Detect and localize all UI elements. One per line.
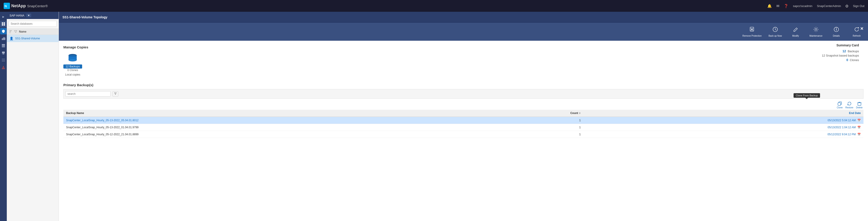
backup-name-cell[interactable]: SnapCenter_LocalSnap_Hourly_05-13-2022_0…	[63, 124, 503, 131]
svg-point-28	[836, 28, 837, 28]
backup-count-cell: 1	[503, 131, 584, 138]
user-label[interactable]: sapcc\scadmin	[793, 4, 812, 8]
backup-name-cell[interactable]: SnapCenter_LocalSnap_Hourly_05-13-2022_0…	[63, 117, 503, 124]
close-icon[interactable]: ✕	[860, 26, 864, 31]
svg-rect-19	[3, 67, 4, 68]
filter-button[interactable]	[113, 91, 118, 97]
table-row[interactable]: SnapCenter_LocalSnap_Hourly_05-12-2022_2…	[63, 131, 864, 138]
svg-rect-10	[2, 44, 5, 45]
col-end-date-header[interactable]: End Date	[583, 110, 864, 117]
sidebar-resources-icon[interactable]	[0, 42, 6, 49]
backup-name-text[interactable]: SnapCenter_LocalSnap_Hourly_05-13-2022_0…	[66, 119, 138, 122]
delete-button[interactable]: Delete	[856, 101, 863, 109]
restore-icon	[847, 101, 852, 106]
col-backup-name-header: Backup Name	[63, 110, 503, 117]
app-logo: N NetApp SnapCenter®	[4, 3, 48, 9]
svg-rect-17	[2, 60, 5, 60]
table-row[interactable]: SnapCenter_LocalSnap_Hourly_05-13-2022_0…	[63, 117, 864, 124]
clone-button[interactable]: Clone	[837, 101, 843, 109]
notification-bell-icon[interactable]: 🔔	[767, 4, 772, 8]
calendar-icon[interactable]: 📅	[857, 133, 861, 136]
primary-backups-section: Primary Backup(s) Clone From Backup	[63, 83, 864, 138]
db-item-label[interactable]: SS1-Shared-Volume	[15, 37, 40, 40]
db-sidebar-dropdown[interactable]: ▼	[26, 13, 31, 17]
maintenance-label: Maintenance	[809, 35, 822, 37]
summary-snapshot-row: 12 Snapshot based backups	[809, 54, 859, 57]
svg-rect-12	[2, 47, 5, 47]
db-sidebar-header: SAP HANA ▼	[7, 12, 59, 19]
remove-protection-icon	[749, 27, 755, 34]
calendar-icon[interactable]: 📅	[857, 119, 861, 122]
sidebar-dashboard-icon[interactable]	[0, 21, 6, 27]
backup-badge[interactable]: 12 Backups 0 Clones	[63, 53, 82, 72]
backup-clock-icon	[772, 27, 778, 34]
calendar-icon[interactable]: 📅	[857, 126, 861, 129]
top-navigation: N NetApp SnapCenter® 🔔 ✉ ❓ sapcc\scadmin…	[0, 0, 868, 12]
modify-button[interactable]: Modify	[789, 27, 802, 37]
section-manage-copies: Manage Copies 12 Backups	[63, 45, 864, 76]
sidebar-reports-icon[interactable]	[0, 35, 6, 42]
icon-sidebar: ►	[0, 12, 7, 221]
toolbar: Remove Protection Back up Now Modify	[59, 23, 868, 41]
clone-action-container: Clone From Backup Clone	[837, 101, 843, 109]
maintenance-icon	[813, 27, 819, 34]
summary-backups-row: 12 Backups	[809, 49, 859, 53]
local-copies-visual: 12 Backups 0 Clones Local copies	[63, 53, 82, 76]
remove-protection-label: Remove Protection	[742, 35, 762, 37]
main-content: SS1-Shared-Volume Topology ✕ Remove Prot…	[59, 12, 868, 221]
database-stack-icon	[67, 53, 78, 64]
sidebar-protection-icon[interactable]	[0, 28, 6, 34]
sort-icon[interactable]: ⇕	[579, 112, 581, 115]
backup-search-input[interactable]	[65, 91, 111, 97]
search-databases-input[interactable]	[9, 21, 57, 27]
col-name-label: Name	[19, 30, 27, 33]
refresh-icon	[854, 27, 860, 34]
tenant-label[interactable]: SnapCenterAdmin	[817, 4, 841, 8]
sidebar-settings-icon[interactable]	[0, 57, 6, 63]
sidebar-alerts-icon[interactable]	[0, 64, 6, 70]
content-header: SS1-Shared-Volume Topology ✕	[59, 12, 868, 23]
table-row[interactable]: SnapCenter_LocalSnap_Hourly_05-13-2022_0…	[63, 124, 864, 131]
remove-protection-button[interactable]: Remove Protection	[742, 27, 762, 37]
signout-icon[interactable]: ⏻	[845, 4, 848, 8]
db-item-ss1[interactable]: 👤 SS1-Shared-Volume	[7, 35, 59, 42]
sidebar-expand-icon[interactable]: ►	[0, 13, 6, 20]
backup-name-text[interactable]: SnapCenter_LocalSnap_Hourly_05-13-2022_0…	[66, 126, 138, 129]
end-date-text: 05/12/2022 9:04:12 PM	[828, 133, 856, 136]
filter-icon-header	[14, 30, 17, 33]
details-icon	[833, 27, 839, 34]
sidebar-hosts-icon[interactable]	[0, 50, 6, 56]
backup-end-date-cell: 05/13/2022 1:04:12 AM 📅	[583, 124, 864, 131]
svg-rect-18	[2, 61, 5, 61]
col-count-header: Count ⇕	[503, 110, 584, 117]
svg-rect-15	[2, 54, 4, 54]
clone-icon	[837, 101, 842, 106]
filter-funnel-icon	[114, 92, 117, 95]
backup-name-text[interactable]: SnapCenter_LocalSnap_Hourly_05-12-2022_2…	[66, 133, 138, 136]
svg-rect-8	[4, 37, 4, 40]
backup-table: Backup Name Count ⇕ End Date SnapCenter_…	[63, 110, 864, 138]
netapp-logo-icon: N	[4, 3, 10, 9]
top-nav-right: 🔔 ✉ ❓ sapcc\scadmin SnapCenterAdmin ⏻ Si…	[767, 4, 864, 8]
clone-from-backup-tooltip: Clone From Backup	[794, 93, 820, 98]
backup-name-cell[interactable]: SnapCenter_LocalSnap_Hourly_05-12-2022_2…	[63, 131, 503, 138]
mail-icon[interactable]: ✉	[776, 4, 779, 8]
backup-end-date-cell: 05/12/2022 9:04:12 PM 📅	[583, 131, 864, 138]
svg-rect-5	[4, 24, 5, 26]
summary-clones-count: 0	[846, 58, 848, 62]
backup-end-date-cell: 05/13/2022 5:04:12 AM 📅	[583, 117, 864, 124]
svg-rect-34	[838, 103, 841, 105]
backup-badge-label[interactable]: 12 Backups	[66, 65, 80, 68]
help-icon[interactable]: ❓	[784, 4, 788, 8]
summary-snapshot-label: 12 Snapshot based backups	[822, 54, 859, 57]
back-up-now-button[interactable]: Back up Now	[769, 27, 782, 37]
signout-label[interactable]: Sign Out	[853, 4, 864, 8]
details-button[interactable]: Details	[830, 27, 843, 37]
end-date-text: 05/13/2022 1:04:12 AM	[828, 126, 856, 129]
db-list-header: Name	[7, 29, 59, 35]
restore-button[interactable]: Restore	[845, 101, 853, 109]
svg-rect-9	[4, 37, 5, 40]
backup-count-cell: 1	[503, 117, 584, 124]
summary-backups-count: 12	[842, 49, 846, 53]
maintenance-button[interactable]: Maintenance	[809, 27, 823, 37]
